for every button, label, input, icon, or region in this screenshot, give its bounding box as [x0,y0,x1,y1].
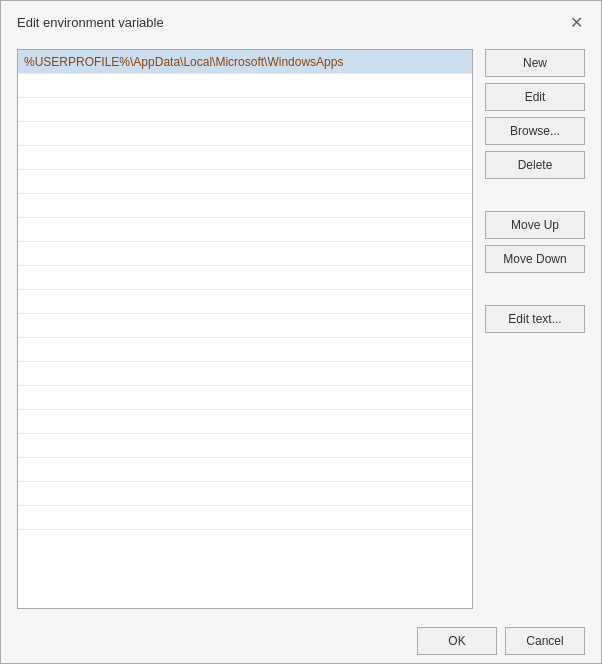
new-button[interactable]: New [485,49,585,77]
cancel-button[interactable]: Cancel [505,627,585,655]
list-item[interactable] [18,266,472,290]
ok-button[interactable]: OK [417,627,497,655]
list-item[interactable] [18,338,472,362]
move-down-button[interactable]: Move Down [485,245,585,273]
list-item[interactable] [18,170,472,194]
list-item[interactable] [18,314,472,338]
spacer1 [485,185,585,205]
move-up-button[interactable]: Move Up [485,211,585,239]
dialog-title: Edit environment variable [17,15,164,30]
list-item[interactable] [18,194,472,218]
list-item[interactable] [18,242,472,266]
list-item[interactable] [18,386,472,410]
list-item[interactable] [18,434,472,458]
list-item[interactable] [18,458,472,482]
list-item[interactable] [18,482,472,506]
list-item[interactable] [18,146,472,170]
list-item[interactable] [18,410,472,434]
delete-button[interactable]: Delete [485,151,585,179]
list-item[interactable] [18,290,472,314]
close-button[interactable]: ✕ [567,13,585,31]
list-item[interactable] [18,74,472,98]
edit-text-button[interactable]: Edit text... [485,305,585,333]
edit-button[interactable]: Edit [485,83,585,111]
list-item[interactable] [18,122,472,146]
browse-button[interactable]: Browse... [485,117,585,145]
content-area: %USERPROFILE%\AppData\Local\Microsoft\Wi… [1,39,601,619]
spacer2 [485,279,585,299]
list-item[interactable] [18,506,472,530]
dialog: Edit environment variable ✕ %USERPROFILE… [0,0,602,664]
title-bar: Edit environment variable ✕ [1,1,601,39]
footer: OK Cancel [1,619,601,664]
list-item[interactable] [18,362,472,386]
list-item[interactable] [18,218,472,242]
list-item[interactable] [18,98,472,122]
variable-list[interactable]: %USERPROFILE%\AppData\Local\Microsoft\Wi… [17,49,473,609]
action-buttons: New Edit Browse... Delete Move Up Move D… [485,49,585,609]
list-item[interactable]: %USERPROFILE%\AppData\Local\Microsoft\Wi… [18,50,472,74]
